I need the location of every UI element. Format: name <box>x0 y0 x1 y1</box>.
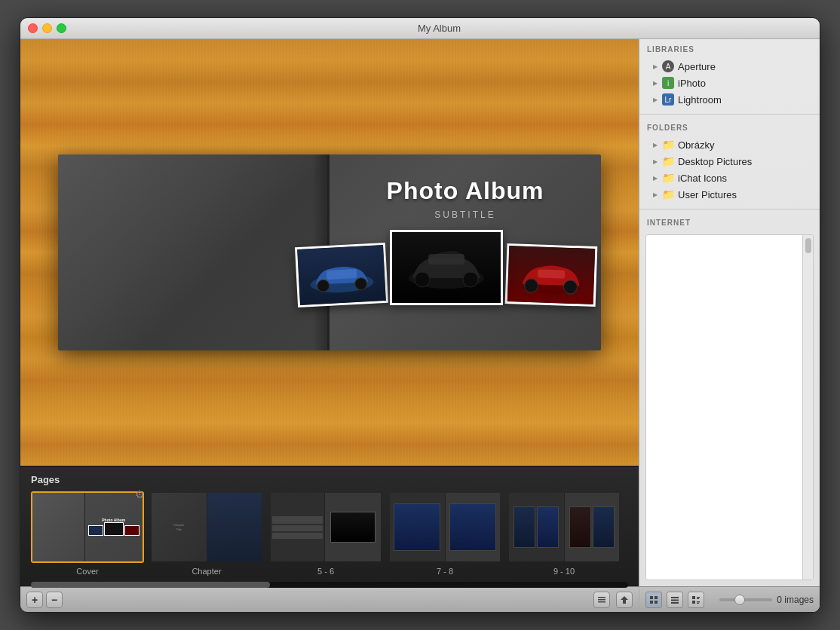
page-thumb-78[interactable]: 7 - 8 <box>388 491 501 576</box>
thumb-car-2 <box>104 522 124 536</box>
svg-rect-3 <box>326 268 357 279</box>
cover-thumbnail[interactable]: Photo Album <box>31 491 144 563</box>
car-svg-right <box>513 253 590 297</box>
svg-point-5 <box>415 272 430 287</box>
zoom-slider-thumb[interactable] <box>734 595 745 605</box>
svg-point-9 <box>524 278 538 292</box>
pages-scrollbar-thumb[interactable] <box>31 582 270 588</box>
ichat-folder-icon: 📁 <box>662 172 674 184</box>
svg-rect-16 <box>650 596 653 599</box>
lightroom-label: Lightroom <box>678 94 722 106</box>
svg-point-1 <box>317 279 330 292</box>
pages-header: Pages <box>31 474 628 485</box>
car-svg-center <box>401 243 492 292</box>
user-label: User Pictures <box>678 189 737 200</box>
minimize-button[interactable] <box>42 23 52 33</box>
zoom-slider[interactable] <box>719 598 772 601</box>
cover-thumb-inner: Photo Album <box>32 493 143 561</box>
svg-rect-11 <box>538 269 565 278</box>
folders-title: FOLDERS <box>647 124 812 132</box>
pages56-label: 5 - 6 <box>317 567 334 576</box>
cover-gear-icon[interactable]: ⚙ <box>135 488 147 500</box>
car-photo-right <box>505 243 598 307</box>
internet-scrollbar[interactable] <box>802 235 813 580</box>
chapter-left-half: ChapterTitle <box>152 493 207 561</box>
svg-rect-7 <box>428 254 464 265</box>
svg-rect-12 <box>598 597 605 598</box>
list-view-button[interactable] <box>667 592 683 608</box>
obrazky-arrow-icon: ▶ <box>651 141 659 148</box>
sidebar-item-iphoto[interactable]: ▶ i iPhoto <box>647 75 812 91</box>
page-thumb-chapter[interactable]: ChapterTitle Chapter <box>150 491 263 576</box>
svg-rect-14 <box>598 601 605 603</box>
chapter-right-half <box>207 493 262 561</box>
pages56-thumbnail[interactable] <box>269 491 382 563</box>
divider-2 <box>639 209 820 209</box>
svg-rect-27 <box>697 601 700 603</box>
album-title: Photo Album <box>387 177 544 205</box>
pages78-thumbnail[interactable] <box>388 491 501 563</box>
images-count: 0 images <box>777 595 814 605</box>
pages56-thumb-inner <box>271 493 381 561</box>
pages56-text-2 <box>272 525 323 531</box>
sidebar-item-aperture[interactable]: ▶ A Aperture <box>647 58 812 75</box>
pages910-thumb-inner <box>509 493 619 561</box>
sidebar-item-ichat[interactable]: ▶ 📁 iChat Icons <box>647 170 812 186</box>
pages-thumbnails: Photo Album ⚙ <box>31 491 628 576</box>
car-photo-center <box>390 230 503 305</box>
add-button[interactable]: + <box>26 592 43 608</box>
maximize-button[interactable] <box>57 23 66 33</box>
page-thumb-910[interactable]: 9 - 10 <box>507 491 621 576</box>
car-image-left <box>297 245 386 305</box>
sidebar-item-user[interactable]: ▶ 📁 User Pictures <box>647 186 812 203</box>
sidebar-item-desktop[interactable]: ▶ 📁 Desktop Pictures <box>647 153 812 170</box>
action-button[interactable] <box>593 592 610 608</box>
cover-thumb-cars <box>88 524 139 537</box>
pages910-thumbnail[interactable] <box>507 491 621 563</box>
svg-rect-23 <box>692 596 695 599</box>
right-panel: LIBRARIES ▶ A Aperture ▶ i iPhoto ▶ Lr L… <box>639 39 820 612</box>
thumb-car-1 <box>88 525 103 536</box>
svg-rect-28 <box>697 603 699 604</box>
lightroom-arrow-icon: ▶ <box>651 96 659 103</box>
sidebar-item-lightroom[interactable]: ▶ Lr Lightroom <box>647 91 812 108</box>
obrazky-label: Obrázky <box>678 139 714 151</box>
pages-scrollbar[interactable] <box>31 582 628 588</box>
svg-marker-15 <box>621 596 628 604</box>
chapter-thumbnail[interactable]: ChapterTitle <box>150 491 263 563</box>
page-thumb-cover[interactable]: Photo Album ⚙ <box>31 491 144 576</box>
right-bottom-bar: 0 images <box>639 586 820 612</box>
pages78-car-right <box>449 503 496 552</box>
export-button[interactable] <box>616 592 633 608</box>
car-photo-left <box>295 243 388 307</box>
aperture-icon: A <box>662 60 674 72</box>
libraries-title: LIBRARIES <box>647 45 812 54</box>
pages56-car-img <box>330 512 376 543</box>
svg-point-6 <box>463 272 478 287</box>
internet-content-area <box>645 234 814 580</box>
aperture-arrow-icon: ▶ <box>651 63 659 70</box>
svg-point-2 <box>354 277 367 290</box>
grid-view-button[interactable] <box>645 592 662 608</box>
desktop-folder-icon: 📁 <box>662 155 674 167</box>
iphoto-arrow-icon: ▶ <box>651 79 659 87</box>
remove-button[interactable]: − <box>46 592 63 608</box>
chapter-left-text: ChapterTitle <box>173 523 184 531</box>
obrazky-folder-icon: 📁 <box>662 139 674 151</box>
svg-rect-20 <box>671 597 679 598</box>
internet-title: INTERNET <box>647 219 812 227</box>
desktop-arrow-icon: ▶ <box>651 158 659 165</box>
page-thumb-56[interactable]: 5 - 6 <box>269 491 382 576</box>
close-button[interactable] <box>28 23 38 33</box>
car-image-right <box>507 246 596 304</box>
album-right-page: Photo Album SUBTITLE <box>330 154 601 350</box>
svg-point-10 <box>563 280 578 294</box>
thumb-car-3 <box>124 525 139 536</box>
pages910-car-4 <box>593 506 615 548</box>
user-arrow-icon: ▶ <box>651 191 659 198</box>
sidebar-item-obrazky[interactable]: ▶ 📁 Obrázky <box>647 136 812 153</box>
detail-view-button[interactable] <box>688 592 704 608</box>
pages910-car-2 <box>537 506 559 548</box>
album-subtitle: SUBTITLE <box>434 209 495 220</box>
car-svg-left <box>303 252 381 298</box>
